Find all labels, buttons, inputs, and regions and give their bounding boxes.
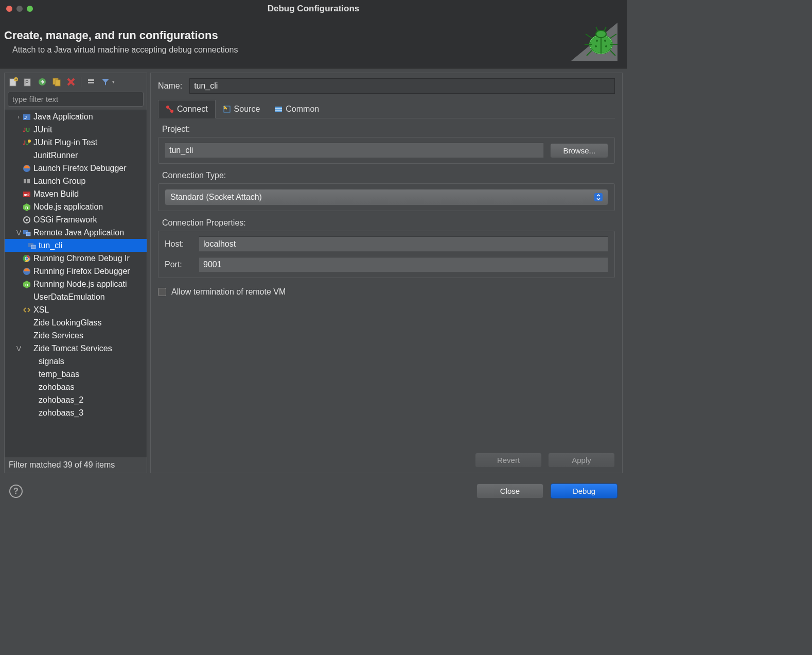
blank-icon: [27, 370, 37, 379]
node-icon: n: [22, 280, 31, 289]
osgi-icon: [22, 215, 31, 225]
svg-text:n: n: [25, 282, 28, 287]
tree-item[interactable]: JUJUnit: [5, 123, 147, 136]
port-input[interactable]: [199, 257, 608, 272]
tree-item[interactable]: ⋁Zide Tomcat Services: [5, 342, 147, 355]
tree-item[interactable]: temp_baas: [5, 368, 147, 381]
svg-text:m2: m2: [24, 193, 30, 197]
tree-item[interactable]: XSL: [5, 303, 147, 316]
tab-common[interactable]: Common: [267, 100, 326, 118]
tree-item[interactable]: zohobaas: [5, 381, 147, 393]
tree-item[interactable]: zohobaas_3: [5, 406, 147, 419]
window-title: Debug Configurations: [268, 4, 359, 14]
config-editor: Name: Connect Source Common Project:: [150, 73, 623, 473]
tree-item-label: signals: [39, 357, 64, 366]
duplicate-button[interactable]: [51, 76, 62, 88]
help-button[interactable]: ?: [9, 485, 23, 498]
tab-label: Common: [286, 105, 319, 114]
revert-button[interactable]: Revert: [475, 453, 542, 468]
tree-item[interactable]: Zide Services: [5, 329, 147, 342]
collapse-all-button[interactable]: [85, 76, 97, 88]
twisty-icon: ⋁: [15, 345, 22, 352]
tree-item[interactable]: nRunning Node.js applicati: [5, 278, 147, 290]
svg-point-4: [596, 40, 598, 42]
filter-input[interactable]: [8, 92, 144, 107]
chevron-updown-icon: [594, 193, 603, 201]
tab-label: Connect: [177, 105, 208, 114]
tree-item[interactable]: JunitRunner: [5, 149, 147, 162]
svg-line-49: [169, 108, 171, 110]
filter-button[interactable]: [100, 76, 111, 88]
new-config-button[interactable]: +: [8, 76, 19, 88]
node-icon: n: [22, 202, 31, 212]
toolbar-separator: [81, 77, 81, 87]
svg-point-6: [595, 45, 597, 47]
zoom-window-button[interactable]: [27, 6, 33, 12]
debug-button[interactable]: Debug: [551, 484, 617, 498]
remote-icon: [27, 241, 37, 250]
browse-button[interactable]: Browse...: [550, 143, 608, 158]
tree-item[interactable]: ›JJava Application: [5, 110, 147, 123]
name-input[interactable]: [189, 78, 615, 94]
connection-type-value: Standard (Socket Attach): [170, 193, 262, 202]
tree-item-label: Node.js application: [33, 202, 103, 212]
close-window-button[interactable]: [6, 6, 12, 12]
close-button[interactable]: Close: [476, 484, 543, 498]
sidebar-toolbar: + P ▾: [5, 73, 147, 92]
svg-text:J: J: [24, 115, 27, 120]
export-button[interactable]: [37, 76, 48, 88]
svg-text:n: n: [25, 205, 28, 210]
firefox-icon: [22, 267, 31, 276]
tab-source[interactable]: Source: [216, 100, 268, 118]
project-input[interactable]: [165, 143, 544, 158]
minimize-window-button[interactable]: [16, 6, 23, 12]
svg-rect-40: [31, 245, 36, 249]
java-icon: J: [22, 112, 31, 122]
connect-icon: [166, 105, 174, 113]
tree-item-label: JUnit: [33, 125, 52, 134]
tree-item[interactable]: Launch Firefox Debugger: [5, 162, 147, 175]
blank-icon: [27, 383, 37, 392]
tree-item[interactable]: UserDataEmulation: [5, 290, 147, 303]
dialog-header: Create, manage, and run configurations A…: [0, 18, 627, 68]
tree-item-label: Running Firefox Debugger: [33, 267, 130, 276]
config-tree[interactable]: ›JJava ApplicationJUJUnitJUJUnit Plug-in…: [5, 110, 147, 457]
blank-icon: [22, 344, 31, 353]
tree-item[interactable]: Zide LookingGlass: [5, 316, 147, 329]
svg-text:+: +: [15, 77, 17, 82]
tab-connect[interactable]: Connect: [158, 100, 216, 118]
tree-item-label: Zide Services: [33, 331, 83, 340]
tree-item[interactable]: OSGi Framework: [5, 213, 147, 226]
terminate-checkbox[interactable]: [158, 288, 166, 296]
tree-item[interactable]: ⋁Remote Java Application: [5, 226, 147, 239]
host-input[interactable]: [199, 236, 608, 252]
apply-button[interactable]: Apply: [548, 453, 615, 468]
delete-button[interactable]: [65, 76, 77, 88]
tree-item-label: Java Application: [33, 112, 93, 122]
tree-item[interactable]: JUJUnit Plug-in Test: [5, 136, 147, 149]
tree-item-label: zohobaas: [39, 383, 74, 392]
svg-rect-29: [24, 179, 26, 183]
config-sidebar: + P ▾ ›JJava ApplicationJUJUnitJUJUnit P…: [4, 73, 147, 473]
window-titlebar: Debug Configurations: [0, 0, 627, 18]
tree-item[interactable]: nNode.js application: [5, 200, 147, 213]
tree-item[interactable]: Running Chrome Debug Ir: [5, 252, 147, 265]
connection-type-select[interactable]: Standard (Socket Attach): [165, 189, 608, 205]
tree-item[interactable]: m2Maven Build: [5, 187, 147, 200]
tree-item[interactable]: Running Firefox Debugger: [5, 265, 147, 278]
new-prototype-button[interactable]: P: [22, 76, 33, 88]
tree-item[interactable]: Launch Group: [5, 175, 147, 187]
blank-icon: [27, 357, 37, 366]
dialog-subtitle: Attach to a Java virtual machine accepti…: [12, 45, 238, 55]
blank-icon: [22, 318, 31, 328]
tree-item[interactable]: tun_cli: [5, 239, 147, 252]
svg-line-10: [604, 27, 606, 31]
svg-point-27: [28, 140, 31, 143]
xsl-icon: [22, 305, 31, 315]
tree-item[interactable]: zohobaas_2: [5, 393, 147, 406]
name-label: Name:: [158, 81, 182, 91]
tree-item-label: Launch Firefox Debugger: [33, 164, 127, 173]
tree-item[interactable]: signals: [5, 355, 147, 368]
maven-icon: m2: [22, 189, 31, 199]
svg-point-7: [605, 45, 607, 47]
